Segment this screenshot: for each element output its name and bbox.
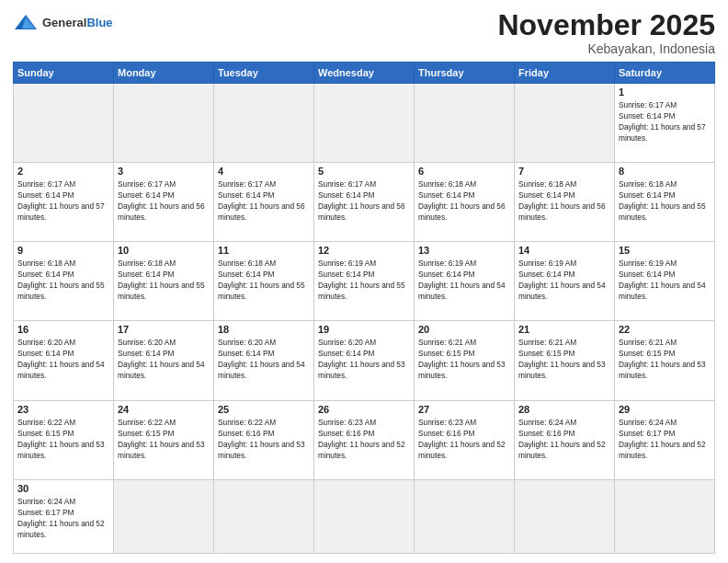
- header: GeneralBlue November 2025 Kebayakan, Ind…: [13, 9, 715, 56]
- empty-cell: [214, 479, 314, 553]
- day-22: 22 Sunrise: 6:21 AM Sunset: 6:15 PM Dayl…: [615, 321, 715, 400]
- week-row-6: 30 Sunrise: 6:24 AM Sunset: 6:17 PM Dayl…: [14, 479, 715, 553]
- day-29: 29 Sunrise: 6:24 AM Sunset: 6:17 PM Dayl…: [615, 400, 715, 479]
- empty-cell: [314, 84, 415, 163]
- day-20: 20 Sunrise: 6:21 AM Sunset: 6:15 PM Dayl…: [415, 321, 515, 400]
- day-1: 1 Sunrise: 6:17 AM Sunset: 6:14 PM Dayli…: [615, 84, 715, 163]
- day-23: 23 Sunrise: 6:22 AM Sunset: 6:15 PM Dayl…: [14, 400, 114, 479]
- empty-cell: [214, 84, 314, 163]
- week-row-4: 16 Sunrise: 6:20 AM Sunset: 6:14 PM Dayl…: [14, 321, 715, 400]
- day-27: 27 Sunrise: 6:23 AM Sunset: 6:16 PM Dayl…: [415, 400, 515, 479]
- location: Kebayakan, Indonesia: [497, 41, 715, 56]
- col-sunday: Sunday: [14, 63, 114, 84]
- day-3: 3 Sunrise: 6:17 AM Sunset: 6:14 PM Dayli…: [114, 163, 214, 242]
- day-9: 9 Sunrise: 6:18 AM Sunset: 6:14 PM Dayli…: [14, 242, 114, 321]
- logo-text: GeneralBlue: [42, 16, 113, 30]
- empty-cell: [14, 84, 114, 163]
- logo-icon: [13, 13, 39, 33]
- empty-cell: [515, 84, 615, 163]
- day-12: 12 Sunrise: 6:19 AM Sunset: 6:14 PM Dayl…: [314, 242, 415, 321]
- week-row-5: 23 Sunrise: 6:22 AM Sunset: 6:15 PM Dayl…: [14, 400, 715, 479]
- day-24: 24 Sunrise: 6:22 AM Sunset: 6:15 PM Dayl…: [114, 400, 214, 479]
- day-15: 15 Sunrise: 6:19 AM Sunset: 6:14 PM Dayl…: [615, 242, 715, 321]
- empty-cell: [615, 479, 715, 553]
- day-21: 21 Sunrise: 6:21 AM Sunset: 6:15 PM Dayl…: [515, 321, 615, 400]
- col-friday: Friday: [515, 63, 615, 84]
- weekday-header-row: Sunday Monday Tuesday Wednesday Thursday…: [14, 63, 715, 84]
- day-17: 17 Sunrise: 6:20 AM Sunset: 6:14 PM Dayl…: [114, 321, 214, 400]
- sunset: Sunset: 6:14 PM: [619, 111, 675, 121]
- day-18: 18 Sunrise: 6:20 AM Sunset: 6:14 PM Dayl…: [214, 321, 314, 400]
- week-row-1: 1 Sunrise: 6:17 AM Sunset: 6:14 PM Dayli…: [14, 84, 715, 163]
- day-7: 7 Sunrise: 6:18 AM Sunset: 6:14 PM Dayli…: [515, 163, 615, 242]
- day-30: 30 Sunrise: 6:24 AM Sunset: 6:17 PM Dayl…: [14, 479, 114, 553]
- week-row-3: 9 Sunrise: 6:18 AM Sunset: 6:14 PM Dayli…: [14, 242, 715, 321]
- calendar-table: Sunday Monday Tuesday Wednesday Thursday…: [13, 62, 715, 554]
- empty-cell: [114, 479, 214, 553]
- week-row-2: 2 Sunrise: 6:17 AM Sunset: 6:14 PM Dayli…: [14, 163, 715, 242]
- title-block: November 2025 Kebayakan, Indonesia: [497, 9, 715, 56]
- page: GeneralBlue November 2025 Kebayakan, Ind…: [0, 0, 728, 563]
- day-14: 14 Sunrise: 6:19 AM Sunset: 6:14 PM Dayl…: [515, 242, 615, 321]
- day-11: 11 Sunrise: 6:18 AM Sunset: 6:14 PM Dayl…: [214, 242, 314, 321]
- col-monday: Monday: [114, 63, 214, 84]
- day-19: 19 Sunrise: 6:20 AM Sunset: 6:14 PM Dayl…: [314, 321, 415, 400]
- day-number: 1: [619, 86, 711, 98]
- day-26: 26 Sunrise: 6:23 AM Sunset: 6:16 PM Dayl…: [314, 400, 415, 479]
- day-8: 8 Sunrise: 6:18 AM Sunset: 6:14 PM Dayli…: [615, 163, 715, 242]
- empty-cell: [415, 479, 515, 553]
- col-thursday: Thursday: [415, 63, 515, 84]
- day-28: 28 Sunrise: 6:24 AM Sunset: 6:16 PM Dayl…: [515, 400, 615, 479]
- day-5: 5 Sunrise: 6:17 AM Sunset: 6:14 PM Dayli…: [314, 163, 415, 242]
- day-number: 2: [17, 166, 109, 177]
- day-info: Sunrise: 6:17 AM Sunset: 6:14 PM Dayligh…: [17, 178, 109, 223]
- col-saturday: Saturday: [615, 63, 715, 84]
- col-wednesday: Wednesday: [314, 63, 415, 84]
- day-4: 4 Sunrise: 6:17 AM Sunset: 6:14 PM Dayli…: [214, 163, 314, 242]
- empty-cell: [415, 84, 515, 163]
- month-title: November 2025: [497, 9, 715, 41]
- empty-cell: [114, 84, 214, 163]
- day-info: Sunrise: 6:17 AM Sunset: 6:14 PM Dayligh…: [619, 99, 711, 144]
- day-16: 16 Sunrise: 6:20 AM Sunset: 6:14 PM Dayl…: [14, 321, 114, 400]
- empty-cell: [515, 479, 615, 553]
- daylight: Daylight: 11 hours and 57 minutes.: [619, 122, 706, 143]
- empty-cell: [314, 479, 415, 553]
- day-2: 2 Sunrise: 6:17 AM Sunset: 6:14 PM Dayli…: [14, 163, 114, 242]
- sunrise: Sunrise: 6:17 AM: [619, 100, 677, 109]
- day-13: 13 Sunrise: 6:19 AM Sunset: 6:14 PM Dayl…: [415, 242, 515, 321]
- day-6: 6 Sunrise: 6:18 AM Sunset: 6:14 PM Dayli…: [415, 163, 515, 242]
- day-10: 10 Sunrise: 6:18 AM Sunset: 6:14 PM Dayl…: [114, 242, 214, 321]
- col-tuesday: Tuesday: [214, 63, 314, 84]
- day-25: 25 Sunrise: 6:22 AM Sunset: 6:16 PM Dayl…: [214, 400, 314, 479]
- logo: GeneralBlue: [13, 13, 113, 33]
